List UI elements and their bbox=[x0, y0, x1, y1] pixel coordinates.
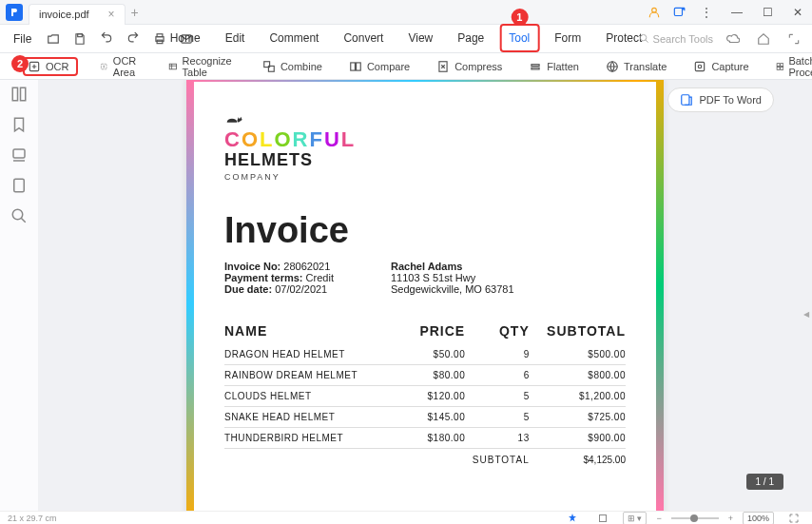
new-tab-button[interactable]: + bbox=[131, 5, 139, 20]
user-icon[interactable] bbox=[643, 3, 666, 22]
menu-view[interactable]: View bbox=[404, 26, 436, 52]
file-menu[interactable]: File bbox=[8, 29, 37, 49]
svg-rect-5 bbox=[157, 40, 163, 44]
share-icon[interactable] bbox=[667, 3, 690, 22]
svg-rect-28 bbox=[14, 179, 25, 192]
titlebar: invoice.pdf × + ⋮ — ☐ ✕ bbox=[0, 0, 812, 25]
recognize-table-icon bbox=[168, 60, 178, 73]
open-icon[interactable] bbox=[43, 29, 64, 49]
invoice-table: NAME PRICE QTY SUBTOTAL DRAGON HEAD HELM… bbox=[224, 318, 626, 471]
save-icon[interactable] bbox=[69, 29, 90, 49]
pdf-page: COLORFUL HELMETS COMPANY Invoice Invoice… bbox=[186, 80, 664, 511]
svg-rect-19 bbox=[696, 62, 705, 70]
minimize-button[interactable]: — bbox=[723, 0, 751, 25]
document-viewport[interactable]: COLORFUL HELMETS COMPANY Invoice Invoice… bbox=[38, 80, 812, 511]
pdf-to-word-label: PDF To Word bbox=[699, 94, 762, 106]
side-panel bbox=[0, 80, 38, 511]
table-row: THUNDERBIRD HELMET$180.0013$900.00 bbox=[224, 428, 626, 449]
fullscreen-icon[interactable] bbox=[783, 508, 804, 525]
cloud-icon[interactable] bbox=[723, 29, 744, 49]
layers-icon[interactable] bbox=[10, 146, 28, 164]
page-indicator[interactable]: 1 / 1 bbox=[746, 474, 783, 490]
search-panel-icon[interactable] bbox=[10, 207, 28, 224]
bookmark-icon[interactable] bbox=[10, 116, 28, 133]
tool-ocr-area[interactable]: OCR Area bbox=[95, 52, 145, 81]
tool-translate[interactable]: Translate bbox=[601, 57, 671, 76]
capture-icon bbox=[693, 60, 706, 73]
svg-rect-30 bbox=[682, 95, 689, 106]
svg-point-7 bbox=[640, 34, 646, 40]
search-tools[interactable]: Search Tools bbox=[639, 33, 713, 45]
subtotal-label: SUBTOTAL bbox=[465, 455, 530, 465]
tool-compare[interactable]: Compare bbox=[344, 57, 415, 76]
tool-capture[interactable]: Capture bbox=[688, 57, 753, 76]
svg-point-20 bbox=[699, 65, 703, 68]
tool-combine[interactable]: Combine bbox=[258, 57, 327, 76]
table-row: RAINBOW DREAM HELMET$80.006$800.00 bbox=[224, 365, 626, 386]
batch-process-icon bbox=[776, 60, 784, 73]
svg-rect-22 bbox=[780, 63, 783, 66]
tab-title: invoice.pdf bbox=[39, 9, 89, 20]
svg-rect-27 bbox=[13, 149, 25, 158]
attachments-icon[interactable] bbox=[10, 177, 28, 194]
svg-rect-25 bbox=[12, 87, 17, 101]
zoom-value[interactable]: 100% bbox=[743, 512, 774, 525]
tool-recognize-table[interactable]: Recognize Table bbox=[164, 52, 241, 81]
document-tab[interactable]: invoice.pdf × bbox=[29, 4, 126, 25]
invoice-info-right: Rachel Adams 11103 S 51st Hwy Sedgewickv… bbox=[391, 261, 514, 295]
close-window-button[interactable]: ✕ bbox=[783, 0, 812, 25]
thumbnails-icon[interactable] bbox=[10, 86, 28, 103]
expand-icon[interactable] bbox=[783, 29, 804, 49]
ocr-area-icon bbox=[100, 60, 107, 73]
view-mode-dropdown[interactable]: ⊞ ▾ bbox=[623, 512, 648, 525]
tool-batch-process[interactable]: Batch Process bbox=[771, 52, 812, 81]
table-row: DRAGON HEAD HELMET$50.009$500.00 bbox=[224, 344, 626, 365]
more-button[interactable]: ⋮ bbox=[692, 0, 721, 25]
redo-icon[interactable] bbox=[123, 29, 144, 49]
hand-tool-icon[interactable] bbox=[562, 508, 583, 525]
toolbar: OCR2OCR AreaRecognize TableCombineCompar… bbox=[0, 53, 812, 80]
collapse-right-icon[interactable]: ◀ bbox=[802, 296, 810, 334]
zoom-slider[interactable] bbox=[671, 517, 719, 519]
menu-comment[interactable]: Comment bbox=[265, 26, 322, 52]
word-icon bbox=[680, 93, 693, 107]
menu-home[interactable]: Home bbox=[166, 26, 204, 52]
close-tab-icon[interactable]: × bbox=[108, 8, 115, 21]
table-row: SNAKE HEAD HELMET$145.005$725.00 bbox=[224, 407, 626, 428]
zoom-out-button[interactable]: − bbox=[656, 514, 661, 523]
svg-rect-17 bbox=[532, 68, 539, 69]
main-menu: HomeEditCommentConvertViewPageTool1FormP… bbox=[166, 26, 647, 52]
svg-rect-2 bbox=[78, 33, 83, 36]
ocr-icon bbox=[28, 60, 41, 73]
main-area: ▶ COLORFUL HELMETS COMPANY Invoice Invoi… bbox=[0, 80, 812, 511]
svg-rect-23 bbox=[777, 67, 780, 69]
home-icon[interactable] bbox=[753, 29, 774, 49]
tool-compress[interactable]: Compress bbox=[432, 57, 507, 76]
svg-rect-16 bbox=[532, 64, 539, 66]
col-price: PRICE bbox=[385, 323, 465, 339]
menu-convert[interactable]: Convert bbox=[339, 26, 387, 52]
tool-ocr[interactable]: OCR2 bbox=[23, 57, 78, 76]
menu-form[interactable]: Form bbox=[551, 26, 585, 52]
company-logo: COLORFUL HELMETS COMPANY bbox=[224, 112, 626, 182]
search-placeholder: Search Tools bbox=[653, 33, 713, 45]
fit-width-icon[interactable] bbox=[592, 508, 613, 525]
subtotal-value: $4,125.00 bbox=[530, 455, 626, 465]
menu-tool[interactable]: Tool1 bbox=[505, 26, 533, 52]
zoom-in-button[interactable]: + bbox=[728, 514, 733, 523]
menubar: File HomeEditCommentConvertViewPageTool1… bbox=[0, 25, 812, 53]
col-name: NAME bbox=[224, 323, 385, 339]
flatten-icon bbox=[529, 60, 542, 73]
maximize-button[interactable]: ☐ bbox=[753, 0, 782, 25]
undo-icon[interactable] bbox=[96, 29, 117, 49]
tool-flatten[interactable]: Flatten bbox=[524, 57, 584, 76]
menu-page[interactable]: Page bbox=[454, 26, 488, 52]
page-dimensions: 21 x 29.7 cm bbox=[8, 514, 57, 523]
hedgehog-icon bbox=[224, 114, 243, 126]
pdf-to-word-button[interactable]: PDF To Word bbox=[667, 87, 774, 112]
logo-line2: HELMETS bbox=[224, 150, 626, 170]
menu-edit[interactable]: Edit bbox=[222, 26, 249, 52]
svg-point-29 bbox=[12, 209, 23, 220]
logo-line3: COMPANY bbox=[224, 172, 626, 182]
app-icon bbox=[6, 4, 23, 21]
